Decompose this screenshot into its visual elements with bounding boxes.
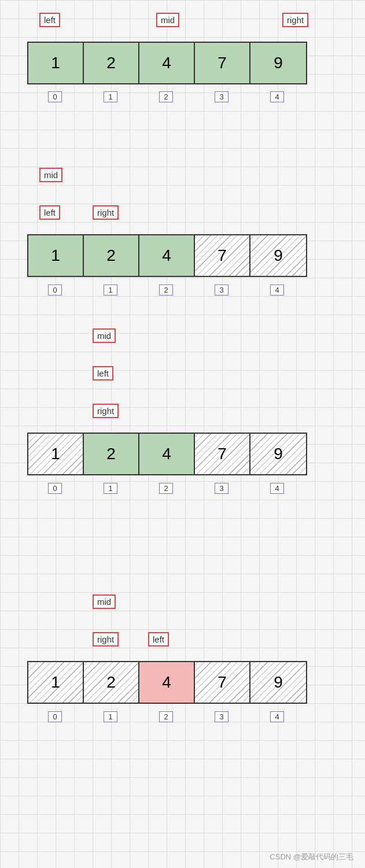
- array-row: 12479: [27, 234, 307, 277]
- index-badge: 0: [48, 285, 61, 296]
- pointer-label: right: [93, 632, 119, 647]
- array-row: 12479: [27, 42, 307, 84]
- array-cell: 7: [195, 434, 250, 474]
- index-badge: 1: [104, 711, 117, 722]
- index-badge: 4: [270, 91, 283, 102]
- index-badge: 3: [215, 91, 228, 102]
- index-cell: 1: [83, 711, 138, 722]
- index-badge: 4: [270, 711, 283, 722]
- pointer-label: mid: [93, 594, 116, 609]
- array-cell: 9: [250, 43, 306, 83]
- pointer-label: right: [282, 13, 308, 27]
- array-cell: 2: [84, 235, 139, 276]
- watermark: CSDN @爱敲代码的三毛: [270, 852, 353, 862]
- index-cell: 4: [249, 711, 305, 722]
- array-cell: 4: [139, 43, 195, 83]
- pointer-label: left: [39, 205, 60, 220]
- index-cell: 0: [27, 91, 83, 102]
- index-row: 01234: [27, 483, 305, 494]
- index-cell: 2: [138, 91, 194, 102]
- pointer-label: left: [148, 632, 169, 647]
- array-cell: 2: [84, 434, 139, 474]
- pointer-label: mid: [93, 328, 116, 343]
- pointer-label: left: [39, 13, 60, 27]
- index-cell: 1: [83, 285, 138, 296]
- pointer-label: mid: [156, 13, 179, 27]
- index-badge: 3: [215, 711, 228, 722]
- index-cell: 0: [27, 483, 83, 494]
- index-cell: 3: [194, 483, 249, 494]
- index-cell: 3: [194, 285, 249, 296]
- array-cell: 1: [28, 434, 84, 474]
- pointer-label: mid: [39, 168, 62, 182]
- array-cell: 9: [250, 662, 306, 703]
- array-cell: 4: [139, 235, 195, 276]
- index-cell: 4: [249, 91, 305, 102]
- index-badge: 0: [48, 483, 61, 494]
- index-badge: 2: [159, 711, 172, 722]
- index-badge: 2: [159, 91, 172, 102]
- index-badge: 1: [104, 483, 117, 494]
- array-cell: 7: [195, 43, 250, 83]
- index-badge: 4: [270, 483, 283, 494]
- index-cell: 0: [27, 711, 83, 722]
- pointer-label: left: [93, 366, 113, 381]
- array-row: 12479: [27, 661, 307, 704]
- index-row: 01234: [27, 711, 305, 722]
- index-cell: 4: [249, 483, 305, 494]
- index-cell: 0: [27, 285, 83, 296]
- index-cell: 1: [83, 483, 138, 494]
- array-cell: 9: [250, 235, 306, 276]
- array-cell: 9: [250, 434, 306, 474]
- array-cell: 7: [195, 235, 250, 276]
- array-cell: 4: [139, 662, 195, 703]
- index-badge: 1: [104, 91, 117, 102]
- index-cell: 1: [83, 91, 138, 102]
- index-badge: 3: [215, 285, 228, 296]
- array-cell: 2: [84, 662, 139, 703]
- array-cell: 7: [195, 662, 250, 703]
- index-badge: 4: [270, 285, 283, 296]
- pointer-label: right: [93, 205, 119, 220]
- index-cell: 3: [194, 91, 249, 102]
- index-cell: 2: [138, 483, 194, 494]
- index-badge: 0: [48, 711, 61, 722]
- array-cell: 2: [84, 43, 139, 83]
- array-cell: 4: [139, 434, 195, 474]
- index-cell: 2: [138, 711, 194, 722]
- index-row: 01234: [27, 91, 305, 102]
- index-badge: 3: [215, 483, 228, 494]
- array-cell: 1: [28, 43, 84, 83]
- array-cell: 1: [28, 662, 84, 703]
- array-cell: 1: [28, 235, 84, 276]
- pointer-label: right: [93, 404, 119, 418]
- index-cell: 3: [194, 711, 249, 722]
- index-badge: 0: [48, 91, 61, 102]
- index-badge: 2: [159, 285, 172, 296]
- index-cell: 2: [138, 285, 194, 296]
- index-cell: 4: [249, 285, 305, 296]
- index-row: 01234: [27, 285, 305, 296]
- array-row: 12479: [27, 433, 307, 475]
- index-badge: 2: [159, 483, 172, 494]
- index-badge: 1: [104, 285, 117, 296]
